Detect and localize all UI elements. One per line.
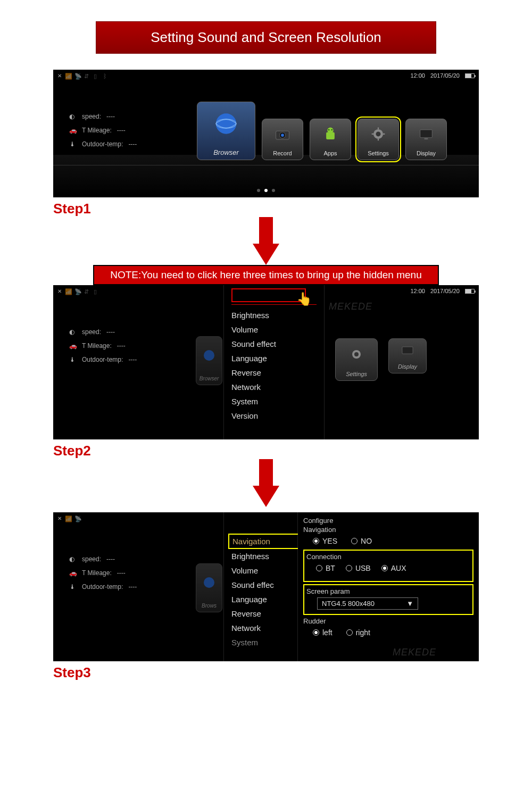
outdoor-label: Outdoor-temp: <box>82 137 123 151</box>
note-text: NOTE:You need to click here three times … <box>110 269 421 280</box>
settings-menu: 👆 Brightness Volume Sound effect Languag… <box>223 285 325 439</box>
monitor-icon <box>399 339 416 363</box>
menu-reverse[interactable]: Reverse <box>231 365 324 380</box>
date: 2017/05/20 <box>430 72 460 79</box>
chevron-down-icon: ▼ <box>406 600 413 608</box>
clock: 12:00 <box>410 288 425 294</box>
svg-rect-15 <box>420 130 433 138</box>
svg-point-17 <box>204 350 214 361</box>
menu-volume[interactable]: Volume <box>231 563 297 578</box>
app-apps[interactable]: Apps <box>310 119 351 160</box>
signal-icon: 📶 <box>65 73 71 78</box>
gauge-icon: ◐ <box>69 552 77 566</box>
page-title: Setting Sound and Screen Resolution <box>151 29 381 45</box>
close-icon[interactable]: ✕ <box>57 288 62 294</box>
screen-param-dropdown[interactable]: NTG4.5 800x480 ▼ <box>317 597 418 610</box>
close-icon[interactable]: ✕ <box>57 516 62 521</box>
app-display[interactable]: Display <box>405 119 447 160</box>
menu-system[interactable]: System <box>231 635 297 650</box>
menu-network[interactable]: Network <box>231 380 324 394</box>
svg-point-21 <box>204 577 214 588</box>
bg-settings-tile[interactable]: Settings <box>335 338 378 381</box>
car-icon: 🚗 <box>69 123 77 137</box>
menu-system[interactable]: System <box>231 394 324 409</box>
step1-panel: ✕ 📶 📡 ⇵ ▯ ᛒ 12:00 2017/05/20 ◐ speed: --… <box>53 70 479 197</box>
menu-network[interactable]: Network <box>231 621 297 635</box>
menu-reverse[interactable]: Reverse <box>231 606 297 621</box>
speed-label: speed: <box>82 110 101 123</box>
hidden-menu-trigger[interactable]: 👆 <box>231 288 306 302</box>
bg-display-tile[interactable]: Display <box>388 338 427 373</box>
monitor-icon <box>417 119 436 150</box>
conn-aux-radio[interactable]: AUX <box>381 564 406 572</box>
screen-param-section: Screen param NTG4.5 800x480 ▼ <box>303 584 473 615</box>
step2-label: Step2 <box>53 443 532 459</box>
nav-no-radio[interactable]: NO <box>351 537 372 545</box>
menu-version[interactable]: Version <box>231 409 324 423</box>
menu-sound-effect[interactable]: Sound effect <box>231 337 324 351</box>
car-icon: 🚗 <box>69 566 77 580</box>
sd-icon: ▯ <box>94 288 100 294</box>
wifi-icon: 📡 <box>74 516 81 521</box>
apps-row: Browser Record Apps Settings Display <box>197 102 447 160</box>
sd-icon: ▯ <box>94 73 100 78</box>
step3-panel: ✕ 📶 📡 ◐speed:---- 🚗T Mileage:---- 🌡Outdo… <box>53 512 479 661</box>
rudder-right-radio[interactable]: right <box>346 628 370 637</box>
page-title-banner: Setting Sound and Screen Resolution <box>96 21 436 54</box>
arrow-2 <box>259 459 273 486</box>
android-icon <box>321 119 340 150</box>
rudder-left-radio[interactable]: left <box>313 628 332 637</box>
app-label: Display <box>417 150 436 156</box>
clock: 12:00 <box>410 72 425 79</box>
step1-label: Step1 <box>53 201 532 217</box>
mileage-value: ---- <box>117 123 126 137</box>
app-label: Browser <box>213 148 239 156</box>
step2-panel: ✕ 📶 📡 ⇵ ▯ 12:00 2017/05/20 ◐speed:---- 🚗… <box>53 285 479 439</box>
conn-bt-radio[interactable]: BT <box>316 564 335 572</box>
svg-point-4 <box>281 134 284 137</box>
svg-point-10 <box>376 131 381 136</box>
app-browser[interactable]: Browser <box>197 102 255 160</box>
watermark: MEKEDE <box>329 301 372 312</box>
menu-language[interactable]: Language <box>231 592 297 606</box>
note-bar: NOTE:You need to click here three times … <box>93 265 439 285</box>
svg-point-8 <box>331 129 332 130</box>
date: 2017/05/20 <box>430 288 460 294</box>
gauge-icon: ◐ <box>69 110 77 123</box>
close-icon[interactable]: ✕ <box>57 73 62 79</box>
screen-title: Screen param <box>306 587 470 595</box>
menu-volume[interactable]: Volume <box>231 322 324 337</box>
mileage-label: T Mileage: <box>82 123 112 137</box>
app-label: Record <box>273 150 292 156</box>
app-record[interactable]: Record <box>262 119 303 160</box>
app-settings[interactable]: Settings <box>358 119 399 160</box>
gear-icon <box>348 339 365 371</box>
svg-point-0 <box>216 113 237 134</box>
menu-brightness[interactable]: Brightness <box>231 549 297 563</box>
rudder-title: Rudder <box>303 617 473 625</box>
thermometer-icon: 🌡 <box>69 137 77 151</box>
app-label: Settings <box>368 150 389 156</box>
bg-browser-tile: Browser <box>196 336 222 385</box>
vehicle-info: ◐speed:---- 🚗T Mileage:---- 🌡Outdoor-tem… <box>69 325 137 367</box>
gear-icon <box>369 119 388 150</box>
menu-sound-effect[interactable]: Sound effec <box>231 578 297 592</box>
vehicle-info: ◐speed:---- 🚗T Mileage:---- 🌡Outdoor-tem… <box>69 552 137 594</box>
conn-usb-radio[interactable]: USB <box>346 564 371 572</box>
menu-navigation[interactable]: Navigation <box>228 534 303 549</box>
connection-section: Connection BT USB AUX <box>303 550 473 582</box>
watermark: MEKEDE <box>393 647 436 658</box>
svg-point-7 <box>328 129 329 130</box>
camera-icon <box>273 119 292 150</box>
nav-yes-radio[interactable]: YES <box>313 537 337 545</box>
menu-language[interactable]: Language <box>231 351 324 365</box>
globe-icon <box>211 102 241 148</box>
config-panel: Configure Navigation YES NO Connection B… <box>298 512 479 645</box>
floor <box>53 155 479 197</box>
svg-rect-16 <box>425 138 428 139</box>
menu-brightness[interactable]: Brightness <box>231 308 324 322</box>
settings-menu: Navigation Brightness Volume Sound effec… <box>223 512 298 661</box>
screen-param-value: NTG4.5 800x480 <box>322 600 375 608</box>
gauge-icon: ◐ <box>69 325 77 339</box>
signal-icon: 📶 <box>65 516 71 521</box>
